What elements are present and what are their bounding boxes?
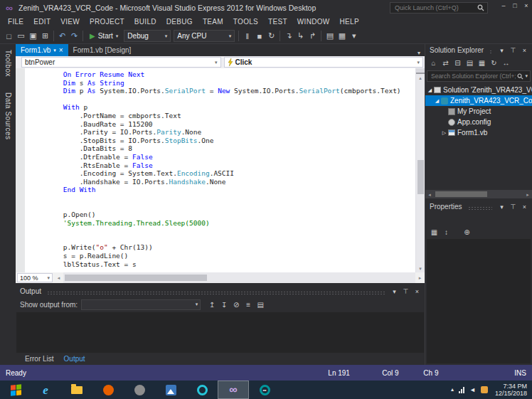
menu-team[interactable]: TEAM: [198, 16, 228, 28]
window-position-caret-icon[interactable]: ▾: [497, 203, 506, 211]
code-line[interactable]: .StopBits = IO.Ports.StopBits.One: [31, 137, 415, 145]
menu-build[interactable]: BUILD: [129, 16, 161, 28]
menu-window[interactable]: WINDOW: [292, 16, 335, 28]
scrollbar-track[interactable]: [434, 190, 523, 198]
tree-item-solution-zenith-vra423-vcr-code[interactable]: ◢Solution 'Zenith_VRA423_VCR_Code': [425, 85, 532, 95]
code-line[interactable]: [31, 227, 415, 235]
editor-tab-form1-vb[interactable]: Form1.vb▾×: [16, 44, 68, 56]
network-icon[interactable]: [459, 387, 464, 393]
file-explorer[interactable]: [61, 381, 92, 399]
properties-header[interactable]: Properties ▾ ⊤ ×: [425, 201, 532, 213]
horizontal-scrollbar[interactable]: [63, 272, 415, 283]
vertical-scrollbar[interactable]: ▴ ▾: [415, 68, 425, 272]
step-into-icon[interactable]: ↴: [282, 30, 294, 43]
tool-tab-output[interactable]: Output: [59, 353, 90, 365]
code-text-area[interactable]: On Error Resume Next Dim s As String Dim…: [25, 68, 415, 272]
code-line[interactable]: [31, 203, 415, 211]
previous-message-icon[interactable]: ↥: [207, 298, 217, 311]
tree-item-form1-vb[interactable]: ▷Form1.vb: [425, 127, 532, 138]
clock[interactable]: 7:34 PM 12/15/2018: [495, 383, 527, 397]
maximize-button[interactable]: □: [509, 0, 521, 11]
code-line[interactable]: lblStatus.Text = s: [31, 260, 415, 269]
pin-icon[interactable]: ⊤: [509, 203, 518, 211]
solution-configurations-combo[interactable]: Debug▾: [124, 30, 171, 42]
break-all-icon[interactable]: ‖: [241, 30, 253, 43]
minimize-button[interactable]: –: [498, 0, 509, 11]
events-dropdown[interactable]: Click ▾: [224, 57, 424, 68]
menu-view[interactable]: VIEW: [55, 16, 85, 28]
scrollbar-track[interactable]: [416, 82, 425, 265]
quick-launch[interactable]: [390, 2, 488, 14]
start-debugging-button[interactable]: ▶Start▾: [85, 32, 122, 40]
quick-launch-input[interactable]: [393, 4, 477, 12]
volume-icon[interactable]: ◄: [469, 386, 476, 393]
visual-studio[interactable]: ∞: [218, 381, 249, 399]
show-hidden-icons-icon[interactable]: ▴: [451, 386, 454, 393]
code-line[interactable]: .DtrEnable = False: [31, 153, 415, 161]
close-button[interactable]: ×: [521, 0, 532, 11]
menu-tools[interactable]: TOOLS: [228, 16, 263, 28]
tree-item-my-project[interactable]: My Project: [425, 106, 532, 117]
splitter-grip[interactable]: [416, 68, 425, 74]
restart-icon[interactable]: ↻: [265, 30, 277, 43]
tool-tab-error-list[interactable]: Error List: [20, 353, 59, 365]
pin-icon[interactable]: ⊤: [509, 47, 518, 54]
code-editor[interactable]: On Error Resume Next Dim s As String Dim…: [16, 68, 425, 272]
tab-caret-icon[interactable]: ▾: [53, 48, 56, 53]
refresh-icon[interactable]: ↻: [489, 57, 499, 70]
photo-viewer[interactable]: [155, 381, 186, 399]
breakpoint-margin[interactable]: [16, 68, 25, 272]
show-all-files-icon[interactable]: ▦: [477, 57, 487, 70]
media-app[interactable]: [186, 381, 218, 399]
home-icon[interactable]: ⌂: [428, 57, 439, 70]
code-line[interactable]: .RtsEnable = False: [31, 161, 415, 170]
code-line[interactable]: Dim s As String: [31, 79, 415, 87]
tree-item-zenith-vra423-vcr-code[interactable]: ◢Zenith_VRA423_VCR_Code: [425, 95, 532, 106]
save-all-icon[interactable]: ⊞: [39, 30, 51, 43]
new-file-icon[interactable]: □: [3, 30, 15, 43]
autohide-tab-data-sources[interactable]: Data Sources: [4, 92, 12, 140]
step-out-icon[interactable]: ↱: [307, 30, 319, 43]
output-source-dropdown[interactable]: ▾: [81, 299, 201, 310]
scrollbar-thumb[interactable]: [435, 191, 487, 197]
scroll-up-icon[interactable]: ▴: [419, 74, 422, 82]
editor-tab-form1-vb-design[interactable]: Form1.vb [Design]: [68, 44, 137, 56]
code-line[interactable]: 'System.Threading.Thread.Sleep(5000): [31, 219, 415, 228]
tree-expanded-arrow-icon[interactable]: ◢: [434, 98, 440, 104]
pin-icon[interactable]: ⊤: [401, 288, 410, 295]
save-icon[interactable]: ▣: [27, 30, 39, 43]
solution-explorer-header[interactable]: Solution Explorer ▾ ⊤ ×: [425, 44, 532, 56]
code-line[interactable]: .PortName = cmbports.Text: [31, 112, 415, 120]
close-tab-icon[interactable]: ×: [59, 47, 63, 54]
switch-views-icon[interactable]: ⇄: [440, 57, 451, 70]
code-line[interactable]: With p: [31, 103, 415, 112]
close-icon[interactable]: ×: [520, 47, 529, 54]
tree-item-app-config[interactable]: App.config: [425, 117, 532, 127]
scroll-right-icon[interactable]: ▸: [415, 274, 425, 282]
messages-icon[interactable]: ▤: [255, 298, 265, 311]
properties-icon[interactable]: ▤: [464, 57, 475, 70]
scrollbar-thumb[interactable]: [65, 275, 207, 281]
code-line[interactable]: .DataBits = 8: [31, 144, 415, 153]
menu-file[interactable]: FILE: [3, 16, 28, 28]
arduino-ide[interactable]: ∞: [249, 381, 280, 399]
code-line[interactable]: .Encoding = System.Text.Encoding.ASCII: [31, 169, 415, 178]
collapse-all-icon[interactable]: ⊟: [452, 57, 463, 70]
scroll-right-icon[interactable]: ▸: [523, 191, 532, 198]
code-line[interactable]: .Handshake = IO.Ports.Handshake.None: [31, 178, 415, 186]
solution-explorer-search[interactable]: ▾: [427, 70, 531, 82]
autohide-tab-toolbox[interactable]: Toolbox: [4, 50, 12, 77]
stop-debugging-icon[interactable]: ■: [253, 30, 265, 43]
window-position-caret-icon[interactable]: ▾: [390, 288, 399, 295]
output-content[interactable]: [16, 312, 424, 353]
code-line[interactable]: [31, 194, 415, 203]
code-line[interactable]: s = p.ReadLine(): [31, 252, 415, 260]
menu-project[interactable]: PROJECT: [85, 16, 129, 28]
code-line[interactable]: On Error Resume Next: [31, 70, 415, 79]
notification-icon[interactable]: [481, 386, 488, 393]
menu-help[interactable]: HELP: [335, 16, 364, 28]
code-line[interactable]: Dim p As System.IO.Ports.SerialPort = Ne…: [31, 87, 415, 95]
next-message-icon[interactable]: ↧: [219, 298, 229, 311]
output-header[interactable]: Output ▾ ⊤ ×: [16, 285, 425, 297]
code-line[interactable]: [31, 235, 415, 244]
